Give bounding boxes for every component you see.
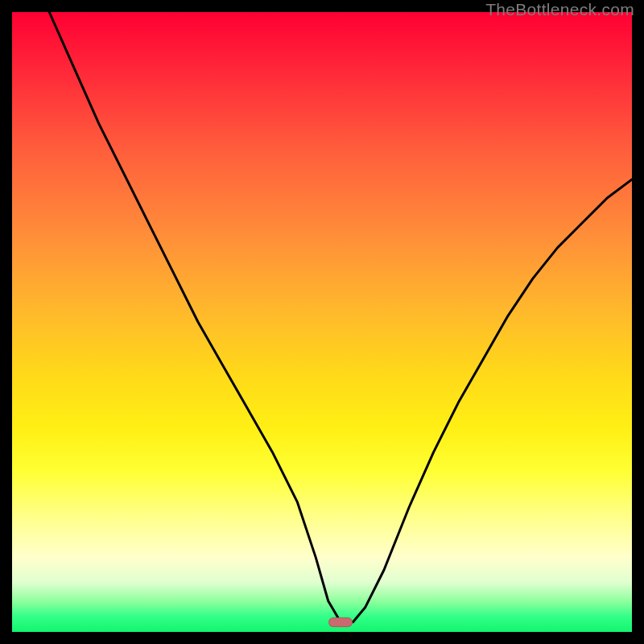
- plot-area: [12, 12, 632, 632]
- optimal-marker: [328, 617, 353, 627]
- bottleneck-curve: [12, 12, 632, 632]
- attribution-text: TheBottleneck.com: [485, 0, 634, 19]
